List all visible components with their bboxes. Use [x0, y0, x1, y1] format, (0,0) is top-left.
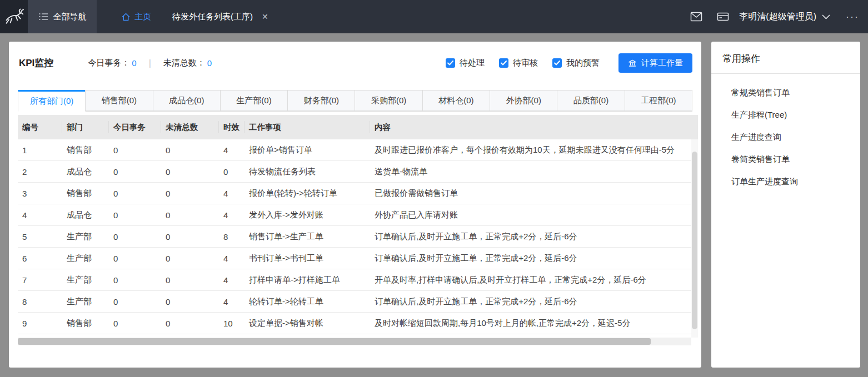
cell: 报价单(轮转)->轮转订单: [245, 188, 370, 199]
all-navigation-button[interactable]: 全部导航: [28, 0, 97, 33]
cell: 已做报价需做销售订单: [370, 188, 691, 199]
dept-tab-9[interactable]: 工程部(0): [625, 90, 692, 111]
horizontal-scrollbar-thumb[interactable]: [18, 338, 651, 345]
cell: 0: [161, 275, 219, 285]
dept-tab-0[interactable]: 所有部门(0): [18, 90, 86, 112]
calculate-workload-label: 计算工作量: [641, 58, 683, 68]
cell: 1: [18, 145, 62, 155]
cell: 10: [219, 319, 245, 328]
cell: 订单确认后,及时开立施工单，正常完成+2分，延后-6分: [370, 253, 691, 264]
cell: 4: [219, 297, 245, 306]
tab-home-label: 主页: [134, 12, 151, 22]
kpi-table: 编号部门今日事务未清总数时效工作事项内容 1销售部004报价单>销售订单及时跟进…: [18, 115, 698, 345]
cell: 4: [219, 275, 245, 285]
table-horizontal-scrollbar[interactable]: [18, 338, 691, 345]
quick-actions-panel: 常用操作 常规类销售订单生产排程(Tree)生产进度查询卷筒类销售订单订单生产进…: [711, 42, 860, 368]
cell: 0: [109, 145, 161, 155]
tab-task-label: 待发外任务列表(工序): [172, 12, 253, 22]
top-navbar: 全部导航 主页 待发外任务列表(工序) ✕: [0, 0, 868, 33]
cell: 0: [109, 232, 161, 242]
cell: 送货单-物流单: [370, 167, 691, 177]
more-options-button[interactable]: ···: [846, 11, 859, 23]
cell: 订单确认后,及时开立施工单，正常完成+2分，延后-6分: [370, 296, 691, 307]
panel-title: KPI监控: [19, 57, 53, 69]
kpi-filter-checkbox-1[interactable]: 待审核: [499, 58, 538, 68]
checkbox-checked-icon[interactable]: [499, 58, 508, 68]
cell: 3: [18, 189, 62, 198]
cell: 成品仓: [62, 167, 109, 177]
bank-icon: [628, 59, 637, 68]
table-row-6[interactable]: 6生产部004书刊订单->书刊工单订单确认后,及时开立施工单，正常完成+2分，延…: [18, 248, 691, 269]
kpi-filter-checkbox-2[interactable]: 我的预警: [552, 58, 600, 68]
dept-tab-7[interactable]: 外协部(0): [490, 90, 557, 111]
quick-action-item-3[interactable]: 卷筒类销售订单: [731, 148, 860, 170]
cell: 设定单据->销售对帐: [245, 318, 370, 329]
card-button[interactable]: [714, 7, 732, 26]
table-header-row: 编号部门今日事务未清总数时效工作事项内容: [18, 115, 698, 139]
checkbox-checked-icon[interactable]: [446, 58, 455, 68]
quick-action-item-0[interactable]: 常规类销售订单: [731, 82, 860, 104]
cell: 4: [219, 189, 245, 198]
tab-home[interactable]: 主页: [121, 12, 151, 22]
quick-action-item-4[interactable]: 订单生产进度查询: [731, 170, 860, 193]
mail-icon: [690, 12, 702, 22]
cell: 7: [18, 275, 62, 285]
table-row-8[interactable]: 8生产部004轮转订单->轮转工单订单确认后,及时开立施工单，正常完成+2分，延…: [18, 291, 691, 313]
deer-logo-icon: [4, 8, 24, 25]
cell: 报价单>销售订单: [245, 145, 370, 155]
list-menu-icon: [38, 12, 48, 21]
cell: 销售部: [62, 188, 109, 199]
table-row-1[interactable]: 1销售部004报价单>销售订单及时跟进已报价准客户，每个报价有效期为10天，延期…: [18, 139, 691, 161]
table-row-9[interactable]: 9销售部0010设定单据->销售对帐及时对帐缩短回款周期,每月10号对上月的帐,…: [18, 313, 691, 334]
quick-action-item-1[interactable]: 生产排程(Tree): [731, 104, 860, 126]
table-row-3[interactable]: 3销售部004报价单(轮转)->轮转订单已做报价需做销售订单: [18, 183, 691, 204]
checkbox-checked-icon[interactable]: [552, 58, 562, 68]
dept-tab-3[interactable]: 生产部(0): [220, 90, 288, 111]
dept-tab-4[interactable]: 财务部(0): [287, 90, 355, 111]
cell: 0: [161, 297, 219, 306]
app-logo[interactable]: [0, 0, 28, 33]
cell: 0: [161, 167, 219, 177]
today-transactions-label: 今日事务：: [88, 58, 129, 68]
quick-action-item-2[interactable]: 生产进度查询: [731, 126, 860, 148]
table-rows-region: 1销售部004报价单>销售订单及时跟进已报价准客户，每个报价有效期为10天，延期…: [18, 139, 691, 338]
cell: 及时对帐缩短回款周期,每月10号对上月的帐,正常完成+2分，延迟-5分: [370, 318, 691, 329]
calculate-workload-button[interactable]: 计算工作量: [618, 53, 692, 73]
tab-pending-outsource-task-list[interactable]: 待发外任务列表(工序) ✕: [172, 12, 268, 22]
dept-tab-8[interactable]: 品质部(0): [557, 90, 625, 111]
user-menu[interactable]: 李明清(超级管理员): [739, 11, 830, 23]
table-row-7[interactable]: 7生产部004打样申请单->打样施工单开单及时率,打样申请确认后,及时开立打样工…: [18, 269, 691, 291]
cell: 成品仓: [62, 210, 109, 220]
table-row-5[interactable]: 5生产部008销售订单->生产工单订单确认后,及时开立施工单，正常完成+2分，延…: [18, 226, 691, 248]
cell: 0: [109, 297, 161, 306]
user-name: 李明清(超级管理员): [739, 11, 816, 23]
cell: 发外入库->发外对账: [245, 210, 370, 220]
vertical-scrollbar-thumb[interactable]: [692, 152, 697, 329]
cell: 0: [109, 167, 161, 177]
cell: 0: [109, 254, 161, 263]
cell: 0: [109, 189, 161, 198]
column-header-2: 今日事务: [109, 121, 161, 133]
cell: 5: [18, 232, 62, 242]
mail-button[interactable]: [687, 7, 706, 26]
cell: 打样申请单->打样施工单: [245, 275, 370, 285]
table-row-4[interactable]: 4成品仓004发外入库->发外对账外协产品已入库请对账: [18, 204, 691, 226]
column-header-0: 编号: [18, 121, 62, 133]
dept-tab-2[interactable]: 成品仓(0): [153, 90, 221, 111]
close-tab-icon[interactable]: ✕: [262, 12, 268, 21]
cell: 0: [161, 189, 219, 198]
home-icon: [121, 12, 131, 22]
kpi-filter-checkbox-0[interactable]: 待处理: [446, 58, 485, 68]
dept-tab-6[interactable]: 材料仓(0): [422, 90, 490, 111]
table-row-2[interactable]: 2成品仓000待发物流任务列表送货单-物流单: [18, 161, 691, 183]
column-header-3: 未清总数: [161, 121, 219, 133]
table-vertical-scrollbar[interactable]: [691, 139, 698, 338]
cell: 0: [161, 232, 219, 242]
dept-tab-5[interactable]: 采购部(0): [355, 90, 422, 111]
dept-tab-1[interactable]: 销售部(0): [85, 90, 153, 111]
column-header-5: 工作事项: [245, 121, 370, 133]
quick-actions-title: 常用操作: [711, 42, 860, 74]
cell: 订单确认后,及时开立施工单，正常完成+2分，延后-6分: [370, 232, 691, 242]
cell: 生产部: [62, 296, 109, 307]
pending-total-stat: 未清总数： 0: [163, 58, 212, 68]
